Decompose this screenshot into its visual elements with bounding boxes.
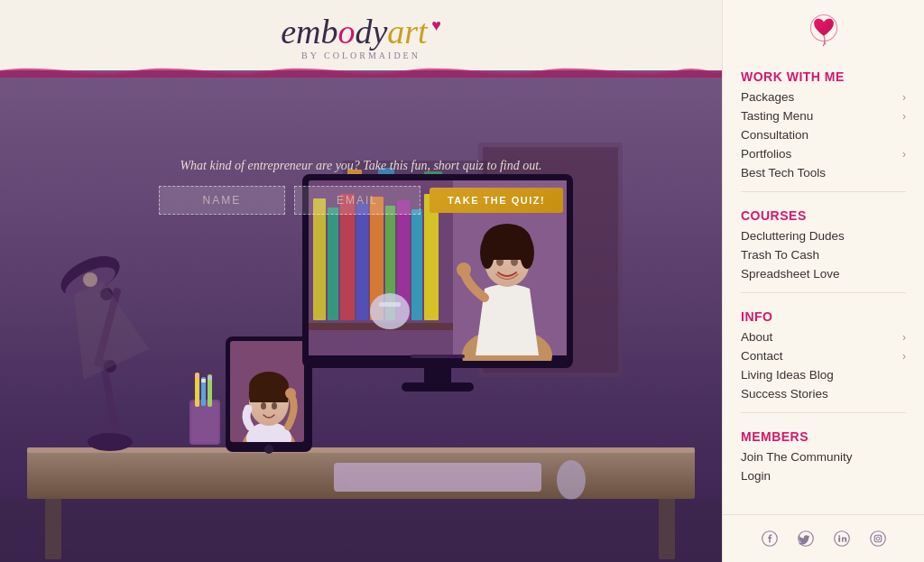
divider-1 [741,191,906,192]
sidebar-item-packages[interactable]: Packages › [741,88,906,106]
chevron-right-icon: › [902,91,906,104]
heart-logo-icon [806,14,842,50]
svg-point-49 [264,445,273,454]
section-title-members: MEMBERS [741,429,906,444]
chevron-right-icon: › [902,110,906,123]
svg-rect-20 [27,447,695,453]
svg-point-64 [370,293,410,329]
svg-point-48 [285,388,296,399]
svg-rect-89 [838,538,840,542]
logo[interactable]: embodyart ♥ BY COLORMAIDEN [281,14,441,60]
svg-point-74 [511,257,518,266]
svg-rect-36 [201,379,206,382]
sidebar-section-courses: COURSES Decluttering Dudes Trash To Cash… [723,198,924,287]
svg-point-29 [88,433,133,451]
sidebar-item-living-ideas-blog[interactable]: Living Ideas Blog [741,365,906,384]
svg-point-46 [261,402,266,410]
sidebar-item-label: Join The Community [741,450,853,464]
sidebar-item-trash-to-cash[interactable]: Trash To Cash [741,245,906,264]
sidebar-item-label: Success Stories [741,387,828,401]
svg-point-68 [457,263,471,277]
sidebar-logo-area [723,0,924,59]
main-content: embodyart ♥ BY COLORMAIDEN What kind of … [0,0,722,562]
site-header: embodyart ♥ BY COLORMAIDEN [0,0,722,70]
quiz-form: TAKE THE QUIZ! [18,186,704,215]
sidebar-item-label: Spreadsheet Love [741,267,840,281]
sidebar-section-members: MEMBERS Join The Community Login [723,419,924,489]
svg-rect-76 [424,366,451,384]
facebook-icon[interactable] [760,529,780,548]
sidebar-item-label: Portfolios [741,147,791,161]
chevron-right-icon: › [902,331,906,344]
section-title-work: WORK WITH ME [741,69,906,84]
sidebar-item-login[interactable]: Login [741,466,906,485]
social-footer [723,514,924,562]
svg-point-73 [496,257,504,266]
sidebar-item-spreadsheet-love[interactable]: Spreadsheet Love [741,264,906,283]
section-title-info: INFO [741,309,906,324]
svg-point-91 [870,531,885,547]
svg-rect-79 [338,467,537,474]
chevron-right-icon: › [902,350,906,363]
name-input[interactable] [159,186,285,215]
svg-point-94 [880,536,881,537]
svg-point-90 [838,535,840,537]
email-input[interactable] [294,186,420,215]
svg-rect-32 [191,401,218,443]
sidebar-item-success-stories[interactable]: Success Stories [741,384,906,403]
sidebar-section-info: INFO About › Contact › Living Ideas Blog… [723,299,924,407]
logo-text: embodyart ♥ [281,14,441,49]
svg-point-30 [83,272,97,287]
twitter-icon[interactable] [796,529,816,548]
logo-subtitle: BY COLORMAIDEN [301,51,420,60]
sidebar-item-about[interactable]: About › [741,327,906,346]
sidebar-item-portfolios[interactable]: Portfolios › [741,144,906,163]
sidebar-item-label: Tasting Menu [741,109,813,123]
quiz-button[interactable]: TAKE THE QUIZ! [430,188,563,213]
instagram-icon[interactable] [868,529,888,548]
svg-rect-81 [347,484,528,488]
sidebar-item-label: Login [741,469,771,483]
sidebar-item-label: Trash To Cash [741,248,819,262]
svg-rect-80 [338,475,537,482]
svg-rect-34 [195,374,199,378]
svg-point-93 [876,537,880,540]
sidebar: WORK WITH ME Packages › Tasting Menu › C… [722,0,924,562]
sidebar-item-join-community[interactable]: Join The Community [741,447,906,466]
sidebar-item-contact[interactable]: Contact › [741,346,906,365]
svg-point-72 [520,236,534,269]
linkedin-icon[interactable] [832,529,852,548]
sidebar-item-label: Best Tech Tools [741,166,826,180]
quiz-section: What kind of entrepreneur are you? Take … [0,143,722,231]
svg-rect-38 [208,376,212,380]
sidebar-item-best-tech-tools[interactable]: Best Tech Tools [741,163,906,182]
divider-2 [741,292,906,293]
sidebar-item-consultation[interactable]: Consultation [741,125,906,144]
sidebar-item-label: Decluttering Dudes [741,229,845,243]
svg-rect-84 [0,499,722,562]
svg-rect-77 [402,382,474,392]
hero-area: What kind of entrepreneur are you? Take … [0,70,722,562]
sidebar-item-tasting-menu[interactable]: Tasting Menu › [741,106,906,125]
svg-point-71 [480,236,494,269]
sidebar-item-label: Packages [741,90,794,104]
sidebar-item-label: Consultation [741,128,808,142]
svg-rect-65 [379,302,401,307]
svg-rect-75 [411,355,465,358]
sidebar-item-label: About [741,330,772,344]
section-title-courses: COURSES [741,208,906,223]
chevron-right-icon: › [902,148,906,161]
divider-3 [741,412,906,413]
wave-divider [0,63,722,78]
sidebar-item-label: Living Ideas Blog [741,368,834,382]
sidebar-item-decluttering-dudes[interactable]: Decluttering Dudes [741,226,906,245]
quiz-description: What kind of entrepreneur are you? Take … [18,159,704,173]
sidebar-section-work: WORK WITH ME Packages › Tasting Menu › C… [723,59,924,186]
svg-point-47 [272,402,277,410]
sidebar-item-label: Contact [741,349,783,363]
